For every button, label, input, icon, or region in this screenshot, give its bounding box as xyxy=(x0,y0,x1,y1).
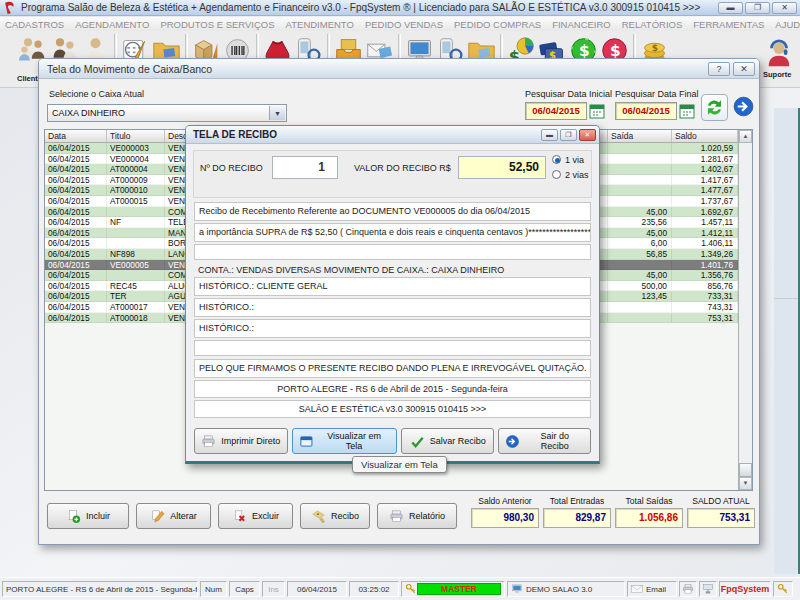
cell-saida[interactable] xyxy=(608,143,672,154)
receipt-number-field[interactable]: 1 xyxy=(272,156,338,179)
cell-data[interactable]: 06/04/2015 xyxy=(45,143,107,154)
cell-saldo[interactable]: 1.406,11 xyxy=(672,238,738,249)
cell-titulo[interactable]: VE000004 xyxy=(107,154,165,165)
cell-saldo[interactable]: 1.692,67 xyxy=(672,207,738,218)
support-icon[interactable] xyxy=(764,37,794,69)
receipt-dialog-titlebar[interactable]: TELA DE RECIBO ▬ ❐ ✕ xyxy=(186,126,599,144)
radio-2-vias[interactable]: 2 vias xyxy=(552,167,589,182)
status-email[interactable]: Email xyxy=(627,581,677,597)
cell-data[interactable]: 06/04/2015 xyxy=(45,185,107,196)
cell-titulo[interactable]: AT000015 xyxy=(107,196,165,207)
scroll-thumb[interactable] xyxy=(739,463,752,477)
radio-1-via[interactable]: 1 via xyxy=(552,152,589,167)
cell-titulo[interactable]: TER xyxy=(107,291,165,302)
restore-icon[interactable]: ❐ xyxy=(745,2,770,14)
cell-data[interactable]: 06/04/2015 xyxy=(45,207,107,218)
cell-saldo[interactable]: 753,31 xyxy=(672,313,738,324)
menu-produtos-e-servicos[interactable]: PRODUTOS E SERVIÇOS xyxy=(160,19,274,30)
movement-window-titlebar[interactable]: Tela do Movimento de Caixa/Banco ? ✕ xyxy=(39,59,759,79)
sair-do-recibo-button[interactable]: Sair do Recibo xyxy=(498,428,591,454)
cell-saida[interactable] xyxy=(608,302,672,313)
date-final-field[interactable]: 06/04/2015 xyxy=(615,102,677,120)
date-initial-field[interactable]: 06/04/2015 xyxy=(525,102,587,120)
cell-titulo[interactable]: AT000017 xyxy=(107,302,165,313)
cell-saldo[interactable]: 1.737,67 xyxy=(672,196,738,207)
cell-titulo[interactable]: AT000009 xyxy=(107,175,165,186)
cell-saida[interactable]: 56,85 xyxy=(608,249,672,260)
cell-saldo[interactable]: 1.020,59 xyxy=(672,143,738,154)
menu-financeiro[interactable]: FINANCEIRO xyxy=(552,19,611,30)
cell-titulo[interactable] xyxy=(107,228,165,239)
visualizar-em-tela-button[interactable]: Visualizar em Tela xyxy=(292,428,397,454)
cell-titulo[interactable]: VE000003 xyxy=(107,143,165,154)
col-saida[interactable]: Saída xyxy=(608,130,672,142)
cell-data[interactable]: 06/04/2015 xyxy=(45,249,107,260)
cell-saldo[interactable]: 1.356,76 xyxy=(672,270,738,281)
cell-data[interactable]: 06/04/2015 xyxy=(45,154,107,165)
cell-saldo[interactable]: 1.349,26 xyxy=(672,249,738,260)
receipt-blank-field-2[interactable] xyxy=(194,340,591,356)
dialog-restore-icon[interactable]: ❐ xyxy=(560,129,577,141)
cell-saldo[interactable]: 1.477,67 xyxy=(672,185,738,196)
excluir-button[interactable]: Excluir xyxy=(218,503,293,529)
calendar-icon[interactable] xyxy=(679,103,695,120)
historico3-field[interactable]: HISTÓRICO.: xyxy=(194,319,591,338)
cell-data[interactable]: 06/04/2015 xyxy=(45,164,107,175)
cell-data[interactable]: 06/04/2015 xyxy=(45,291,107,302)
historico1-field[interactable]: HISTÓRICO.: CLIENTE GERAL xyxy=(194,277,591,296)
cell-saldo[interactable]: 1.412,11 xyxy=(672,228,738,239)
cell-titulo[interactable]: REC45 xyxy=(107,281,165,292)
menu-atendimento[interactable]: ATENDIMENTO xyxy=(286,19,354,30)
menu-cadastros[interactable]: CADASTROS xyxy=(5,19,64,30)
imprimir-direto-button[interactable]: Imprimir Direto xyxy=(194,428,288,454)
cell-saida[interactable] xyxy=(608,313,672,324)
incluir-button[interactable]: Incluir xyxy=(47,503,129,529)
cell-saldo[interactable]: 1.401,76 xyxy=(672,260,738,271)
receipt-line2-field[interactable]: a importância SUPRA de R$ 52,50 ( Cinque… xyxy=(194,223,591,242)
salvar-recibo-button[interactable]: Salvar Recibo xyxy=(401,428,495,454)
cell-titulo[interactable] xyxy=(107,207,165,218)
cell-saida[interactable]: 500,00 xyxy=(608,281,672,292)
cell-saida[interactable] xyxy=(608,154,672,165)
cell-saida[interactable]: 235,56 xyxy=(608,217,672,228)
cell-titulo[interactable] xyxy=(107,238,165,249)
cell-titulo[interactable]: VE000005 xyxy=(107,260,165,271)
radio-selected-icon[interactable] xyxy=(552,155,561,164)
cell-saldo[interactable]: 856,76 xyxy=(672,281,738,292)
recibo-button[interactable]: Recibo xyxy=(300,503,370,529)
alterar-button[interactable]: Alterar xyxy=(136,503,211,529)
cell-data[interactable]: 06/04/2015 xyxy=(45,260,107,271)
cell-data[interactable]: 06/04/2015 xyxy=(45,281,107,292)
receipt-line1-field[interactable]: Recibo de Recebimento Referente ao DOCUM… xyxy=(194,202,591,221)
go-search-icon[interactable] xyxy=(731,94,758,121)
cell-data[interactable]: 06/04/2015 xyxy=(45,175,107,186)
cell-titulo[interactable] xyxy=(107,270,165,281)
table-scrollbar[interactable]: ▲ ▼ xyxy=(738,130,752,490)
receipt-value-field[interactable]: 52,50 xyxy=(458,156,546,179)
cell-titulo[interactable]: NF898 xyxy=(107,249,165,260)
scroll-up-icon[interactable]: ▲ xyxy=(739,130,752,143)
radio-unselected-icon[interactable] xyxy=(552,170,561,179)
cell-titulo[interactable]: AT000010 xyxy=(107,185,165,196)
cell-saida[interactable] xyxy=(608,260,672,271)
close-icon[interactable]: ✕ xyxy=(772,2,797,14)
cell-saldo[interactable]: 743,31 xyxy=(672,302,738,313)
cell-data[interactable]: 06/04/2015 xyxy=(45,238,107,249)
status-network[interactable] xyxy=(699,581,717,597)
cash-select-dropdown[interactable]: CAIXA DINHEIRO ▼ xyxy=(47,104,287,122)
historico2-field[interactable]: HISTÓRICO.: xyxy=(194,298,591,317)
help-icon[interactable]: ? xyxy=(708,62,730,76)
calendar-icon[interactable] xyxy=(589,103,605,120)
cell-saida[interactable] xyxy=(608,196,672,207)
cell-saldo[interactable]: 1.281,67 xyxy=(672,154,738,165)
menu-ferramentas[interactable]: FERRAMENTAS xyxy=(693,19,764,30)
cell-titulo[interactable]: AT000018 xyxy=(107,313,165,324)
menu-pedido-vendas[interactable]: PEDIDO VENDAS xyxy=(365,19,443,30)
cell-saida[interactable] xyxy=(608,185,672,196)
cell-saldo[interactable]: 733,31 xyxy=(672,291,738,302)
cell-saldo[interactable]: 1.402,67 xyxy=(672,164,738,175)
cell-titulo[interactable]: AT000004 xyxy=(107,164,165,175)
cell-saldo[interactable]: 1.457,11 xyxy=(672,217,738,228)
cell-titulo[interactable]: NF xyxy=(107,217,165,228)
dialog-minimize-icon[interactable]: ▬ xyxy=(541,129,558,141)
